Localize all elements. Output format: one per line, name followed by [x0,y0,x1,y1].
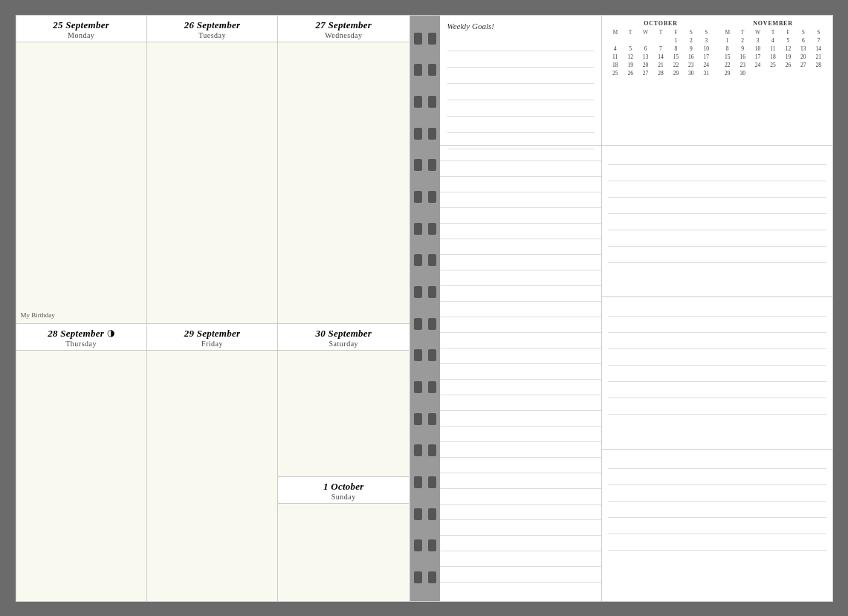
lined-row [440,286,601,302]
cal-day: 6 [638,45,653,53]
cal-header: W [750,28,765,36]
cal-day [653,36,668,45]
notes-line [608,366,826,382]
cal-day: 26 [780,61,795,69]
lined-section[interactable] [440,146,602,601]
cal-day: 16 [735,53,750,61]
lined-row [440,551,601,567]
notes-line [608,469,826,485]
cal-day: 18 [766,53,780,61]
sunday-body [278,504,409,601]
left-page: 25 September Monday My Birthday 26 Septe… [16,16,410,601]
cal-day: 30 [735,69,750,77]
top-week-row: 25 September Monday My Birthday 26 Septe… [16,16,410,324]
moon-icon: ◑ [107,328,114,339]
spine-coil [414,62,436,77]
friday-name: Friday [150,340,274,348]
notes-line [608,502,826,518]
goal-line [447,117,594,133]
cal-day: 23 [735,61,750,69]
tuesday-header: 26 September Tuesday [147,16,277,42]
cal-day: 15 [668,53,683,61]
cal-day: 11 [766,45,780,53]
notes-bot-block [602,450,832,601]
notes-line [608,214,826,230]
thursday-name: Thursday [19,340,143,348]
notes-top-block [602,146,832,297]
wednesday-name: Wednesday [281,31,406,39]
lined-row [440,270,601,286]
notes-line [608,534,826,551]
cal-header: S [684,28,699,36]
cal-day: 12 [780,45,795,53]
friday-body [147,351,277,601]
notes-line [608,149,826,165]
friday-header: 29 September Friday [147,324,277,351]
notes-line [608,247,826,263]
cal-day [766,69,780,77]
spine-coil [414,189,436,204]
cal-day: 17 [699,53,713,61]
monday-header: 25 September Monday [16,16,146,42]
lined-row [440,536,601,551]
sunday-name: Sunday [281,493,406,501]
cal-day: 29 [668,69,683,77]
october-title: OCTOBER [608,20,714,27]
notes-line [608,230,826,247]
mini-cals-row: OCTOBER MTWTFSS 123456789101112131415161… [608,20,826,77]
monday-body: My Birthday [16,42,146,323]
spine-coil [414,475,436,490]
november-title: NOVEMBER [720,20,826,27]
day-col-monday: 25 September Monday My Birthday [16,16,147,323]
sunday-date: 1 October [281,481,406,493]
cal-day: 19 [623,61,638,69]
notes-mid-block [602,297,832,449]
goal-line [447,68,594,84]
day-col-tuesday: 26 September Tuesday [147,16,278,323]
cal-day: 12 [623,53,638,61]
cal-day: 14 [811,45,826,53]
cal-day: 4 [766,36,780,45]
lined-row [440,333,601,348]
cal-day: 1 [668,36,683,45]
cal-day: 23 [684,61,699,69]
november-table: MTWTFSS 12345678910111213141516171819202… [720,28,826,77]
lined-row [440,364,601,380]
spine-coil [414,443,436,458]
goals-lines [447,35,594,149]
spine-coil [414,380,436,395]
lined-row [440,177,601,192]
cal-day: 28 [653,69,668,77]
cal-day: 29 [720,69,735,77]
notes-line [608,518,826,534]
right-page: Weekly Goals! OCTOBER MTWTFSS 1234567891… [440,16,832,601]
spine-coil [414,94,436,109]
lined-row [440,239,601,255]
weekly-goals-section: Weekly Goals! [440,16,602,145]
cal-header: T [766,28,780,36]
spine-coil [414,348,436,363]
goal-line [447,84,594,100]
day-col-wednesday: 27 September Wednesday [278,16,409,323]
spine-coil [414,317,436,331]
monday-name: Monday [19,31,143,39]
cal-day: 9 [735,45,750,53]
lined-row [440,567,601,583]
cal-day: 24 [699,61,713,69]
tuesday-name: Tuesday [150,31,274,39]
cal-day: 25 [608,69,623,77]
weekly-goals-title: Weekly Goals! [447,22,594,30]
spine [410,16,440,601]
cal-day: 27 [796,61,811,69]
cal-header: T [653,28,668,36]
lined-row [440,146,601,161]
mini-cal-october: OCTOBER MTWTFSS 123456789101112131415161… [608,20,714,77]
goal-line [447,35,594,51]
lined-row [440,411,601,427]
cal-day: 26 [623,69,638,77]
cal-day: 9 [684,45,699,53]
notes-line [608,382,826,398]
cal-day: 22 [668,61,683,69]
lined-row [440,520,601,536]
saturday-date: 30 September [281,328,406,340]
